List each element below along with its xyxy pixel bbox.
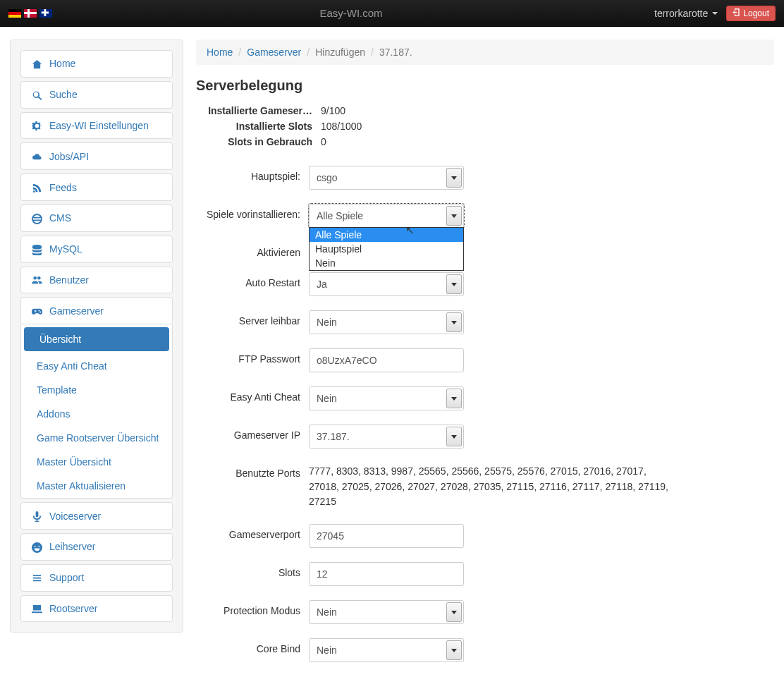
cloud-icon bbox=[31, 150, 42, 162]
flag-en-icon[interactable] bbox=[39, 9, 52, 18]
sidebar-item-gameserver[interactable]: Gameserver bbox=[20, 297, 173, 324]
sidebar-item-mysql[interactable]: MySQL bbox=[20, 236, 173, 263]
rss-icon bbox=[31, 181, 42, 193]
sidebar-item-label: Jobs/API bbox=[49, 151, 89, 162]
search-icon bbox=[31, 89, 42, 101]
label-ftppw: FTP Passwort bbox=[196, 348, 309, 365]
sub-item-rootserver-overview[interactable]: Game Rootserver Übersicht bbox=[21, 426, 172, 450]
select-autorestart[interactable]: Ja bbox=[309, 272, 464, 296]
logout-label: Logout bbox=[743, 8, 769, 18]
chevron-down-icon bbox=[446, 274, 462, 294]
label-autorestart: Auto Restart bbox=[196, 272, 309, 288]
breadcrumb-sep: / bbox=[371, 47, 374, 58]
sub-item-master-overview[interactable]: Master Übersicht bbox=[21, 450, 172, 474]
stat-val: 9/100 bbox=[321, 105, 774, 116]
sidebar-item-support[interactable]: Support bbox=[20, 564, 173, 592]
stats-list: Installierte Gameser…9/100 Installierte … bbox=[196, 105, 774, 147]
label-preinstall: Spiele vorinstallieren: bbox=[196, 204, 309, 220]
sidebar-item-users[interactable]: Benutzer bbox=[20, 267, 173, 294]
cogs-icon bbox=[31, 120, 42, 132]
breadcrumb-sep: / bbox=[238, 47, 241, 58]
label-usedports: Benutzte Ports bbox=[196, 463, 309, 479]
sub-item-label: Master Aktualisieren bbox=[37, 480, 125, 492]
username: terrorkarotte bbox=[654, 8, 708, 19]
select-hauptspiel[interactable]: csgo bbox=[309, 166, 464, 190]
sub-item-label: Easy Anti Cheat bbox=[37, 360, 107, 372]
sub-item-overview[interactable]: Übersicht bbox=[24, 327, 169, 351]
chevron-down-icon bbox=[446, 312, 462, 332]
breadcrumb-home[interactable]: Home bbox=[207, 47, 233, 58]
sub-item-label: Game Rootserver Übersicht bbox=[37, 432, 159, 444]
chevron-down-icon bbox=[446, 206, 462, 226]
sidebar-item-settings[interactable]: Easy-WI Einstellungen bbox=[20, 112, 173, 140]
used-ports-value: 7777, 8303, 8313, 9987, 25565, 25566, 25… bbox=[309, 463, 675, 510]
input-slots[interactable]: 12 bbox=[309, 562, 464, 586]
sidebar-item-home[interactable]: Home bbox=[20, 50, 173, 78]
smile-icon bbox=[31, 541, 42, 553]
select-lendable[interactable]: Nein bbox=[309, 310, 464, 334]
input-ftppw[interactable]: o8UzxA7eCO bbox=[309, 348, 464, 372]
input-value: 27045 bbox=[317, 530, 344, 542]
stat-val: 0 bbox=[321, 136, 774, 147]
sub-item-master-update[interactable]: Master Aktualisieren bbox=[21, 474, 172, 498]
select-value: Nein bbox=[317, 393, 337, 404]
sidebar-item-leihserver[interactable]: Leihserver bbox=[20, 533, 173, 561]
select-preinstall[interactable]: Alle Spiele bbox=[309, 204, 464, 228]
select-protection[interactable]: Nein bbox=[309, 600, 464, 624]
stat-val: 108/1000 bbox=[321, 121, 774, 132]
sub-item-template[interactable]: Template bbox=[21, 378, 172, 402]
sidebar-item-label: Leihserver bbox=[49, 541, 95, 552]
label-hauptspiel: Hauptspiel: bbox=[196, 166, 309, 182]
language-flags bbox=[8, 9, 52, 18]
flag-de-icon[interactable] bbox=[8, 9, 21, 18]
home-icon bbox=[31, 58, 42, 70]
sidebar-item-search[interactable]: Suche bbox=[20, 81, 173, 109]
sidebar-item-label: Suche bbox=[49, 89, 78, 100]
sub-item-addons[interactable]: Addons bbox=[21, 402, 172, 426]
input-value: o8UzxA7eCO bbox=[317, 355, 377, 366]
select-gsip[interactable]: 37.187. bbox=[309, 425, 464, 449]
sub-item-eac[interactable]: Easy Anti Cheat bbox=[21, 354, 172, 378]
sidebar-item-label: Benutzer bbox=[49, 274, 89, 286]
sub-item-label: Master Übersicht bbox=[37, 456, 111, 468]
select-value: csgo bbox=[317, 172, 338, 183]
label-slots: Slots bbox=[196, 562, 309, 578]
sidebar-item-label: Rootserver bbox=[49, 603, 97, 614]
sidebar-item-label: MySQL bbox=[49, 243, 82, 255]
sidebar-item-label: CMS bbox=[49, 212, 71, 224]
dropdown-option[interactable]: Nein bbox=[310, 256, 463, 270]
user-menu[interactable]: terrorkarotte bbox=[650, 8, 718, 19]
sidebar-item-jobs[interactable]: Jobs/API bbox=[20, 142, 173, 170]
sidebar-item-voiceserver[interactable]: Voiceserver bbox=[20, 502, 173, 530]
logout-button[interactable]: Logout bbox=[726, 6, 776, 21]
chevron-down-icon bbox=[446, 427, 462, 446]
gamepad-icon bbox=[31, 305, 42, 317]
breadcrumb-add: Hinzufügen bbox=[315, 47, 365, 58]
label-lendable: Server leihbar bbox=[196, 310, 309, 327]
breadcrumb-gameserver[interactable]: Gameserver bbox=[247, 47, 301, 58]
dropdown-option[interactable]: Alle Spiele bbox=[310, 228, 463, 242]
select-corebind[interactable]: Nein bbox=[309, 638, 464, 662]
sidebar-item-cms[interactable]: CMS bbox=[20, 205, 173, 232]
breadcrumb-ip: 37.187. bbox=[379, 47, 412, 58]
chevron-down-icon bbox=[446, 602, 462, 622]
input-gsport[interactable]: 27045 bbox=[309, 524, 464, 548]
sidebar-item-rootserver[interactable]: Rootserver bbox=[20, 595, 173, 623]
sidebar-item-label: Home bbox=[49, 58, 75, 69]
laptop-icon bbox=[31, 603, 42, 615]
stat-key: Slots in Gebrauch bbox=[196, 136, 312, 147]
dropdown-option[interactable]: Hauptspiel bbox=[310, 242, 463, 256]
dropdown-preinstall: Alle Spiele Hauptspiel Nein bbox=[309, 227, 464, 271]
sidebar-item-feeds[interactable]: Feeds bbox=[20, 173, 173, 201]
breadcrumb-sep: / bbox=[307, 47, 310, 58]
sidebar: Home Suche Easy-WI Einstellungen Jobs/AP… bbox=[10, 39, 183, 633]
label-activate: Aktivieren bbox=[196, 242, 309, 258]
navbar: Easy-WI.com terrorkarotte Logout bbox=[0, 0, 784, 27]
select-eac[interactable]: Nein bbox=[309, 386, 464, 410]
select-value: Nein bbox=[317, 606, 337, 618]
chevron-down-icon bbox=[446, 389, 462, 408]
input-value: 12 bbox=[317, 568, 328, 580]
flag-dk-icon[interactable] bbox=[24, 9, 37, 18]
globe-icon bbox=[31, 212, 42, 224]
gameserver-submenu: Übersicht Easy Anti Cheat Template Addon… bbox=[20, 324, 173, 499]
